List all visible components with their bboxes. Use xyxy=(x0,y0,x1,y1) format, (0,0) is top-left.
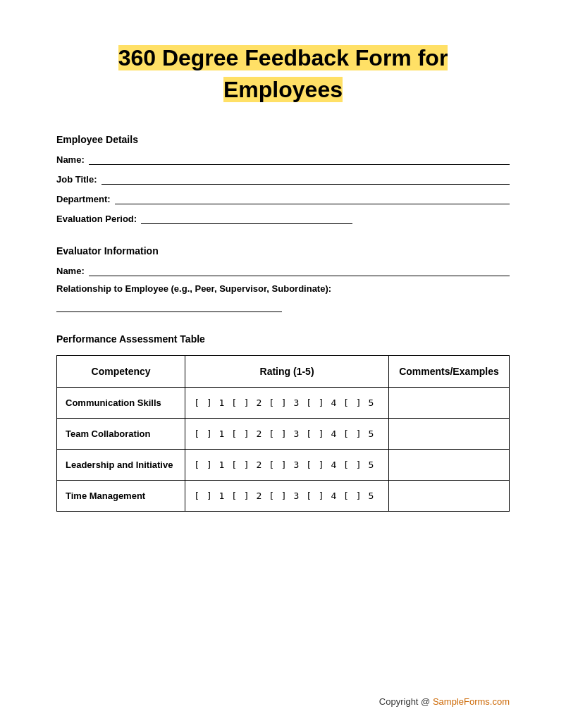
comments-cell[interactable] xyxy=(388,449,509,480)
job-title-field-row: Job Title: xyxy=(56,172,510,185)
employee-details-heading: Employee Details xyxy=(56,134,510,145)
table-row: Communication Skills[ ] 1 [ ] 2 [ ] 3 [ … xyxy=(57,387,510,418)
evaluator-info-section: Evaluator Information Name: Relationship… xyxy=(56,245,510,312)
relationship-field-row: Relationship to Employee (e.g., Peer, Su… xyxy=(56,283,510,312)
department-field-row: Department: xyxy=(56,192,510,204)
title-block: 360 Degree Feedback Form for Employees xyxy=(56,42,510,106)
footer-text: Copyright @ xyxy=(379,696,430,707)
rating-cell[interactable]: [ ] 1 [ ] 2 [ ] 3 [ ] 4 [ ] 5 xyxy=(185,418,389,449)
col-header-comments: Comments/Examples xyxy=(388,355,509,387)
evaluator-info-heading: Evaluator Information xyxy=(56,245,510,257)
comments-cell[interactable] xyxy=(388,387,509,418)
name-input-line[interactable] xyxy=(89,152,510,165)
job-title-input-line[interactable] xyxy=(101,172,510,185)
table-row: Time Management[ ] 1 [ ] 2 [ ] 3 [ ] 4 [… xyxy=(57,480,510,511)
name-label: Name: xyxy=(56,154,85,165)
rating-cell[interactable]: [ ] 1 [ ] 2 [ ] 3 [ ] 4 [ ] 5 xyxy=(185,449,389,480)
employee-details-section: Employee Details Name: Job Title: Depart… xyxy=(56,134,510,224)
performance-section: Performance Assessment Table Competency … xyxy=(56,333,510,512)
table-header-row: Competency Rating (1-5) Comments/Example… xyxy=(57,355,510,387)
relationship-input-line[interactable] xyxy=(56,300,282,312)
page: 360 Degree Feedback Form for Employees E… xyxy=(0,0,566,728)
evaluator-name-input-line[interactable] xyxy=(89,264,510,276)
competency-cell: Team Collaboration xyxy=(57,418,185,449)
competency-cell: Leadership and Initiative xyxy=(57,449,185,480)
comments-cell[interactable] xyxy=(388,480,509,511)
evaluation-period-field-row: Evaluation Period: xyxy=(56,211,510,224)
col-header-rating: Rating (1-5) xyxy=(185,355,389,387)
department-label: Department: xyxy=(56,194,111,204)
department-input-line[interactable] xyxy=(115,192,510,204)
footer-link[interactable]: SampleForms.com xyxy=(433,696,510,707)
evaluator-name-label: Name: xyxy=(56,266,85,276)
performance-heading: Performance Assessment Table xyxy=(56,333,510,345)
rating-cell[interactable]: [ ] 1 [ ] 2 [ ] 3 [ ] 4 [ ] 5 xyxy=(185,480,389,511)
footer: Copyright @ SampleForms.com xyxy=(379,696,510,707)
evaluation-period-label: Evaluation Period: xyxy=(56,214,137,224)
comments-cell[interactable] xyxy=(388,418,509,449)
performance-table: Competency Rating (1-5) Comments/Example… xyxy=(56,355,510,512)
relationship-label: Relationship to Employee (e.g., Peer, Su… xyxy=(56,283,510,294)
table-row: Team Collaboration[ ] 1 [ ] 2 [ ] 3 [ ] … xyxy=(57,418,510,449)
competency-cell: Communication Skills xyxy=(57,387,185,418)
col-header-competency: Competency xyxy=(57,355,185,387)
job-title-label: Job Title: xyxy=(56,174,97,185)
competency-cell: Time Management xyxy=(57,480,185,511)
page-title: 360 Degree Feedback Form for Employees xyxy=(56,42,510,106)
evaluation-period-input-line[interactable] xyxy=(141,211,352,224)
evaluator-name-field-row: Name: xyxy=(56,264,510,276)
rating-cell[interactable]: [ ] 1 [ ] 2 [ ] 3 [ ] 4 [ ] 5 xyxy=(185,387,389,418)
table-row: Leadership and Initiative[ ] 1 [ ] 2 [ ]… xyxy=(57,449,510,480)
name-field-row: Name: xyxy=(56,152,510,165)
